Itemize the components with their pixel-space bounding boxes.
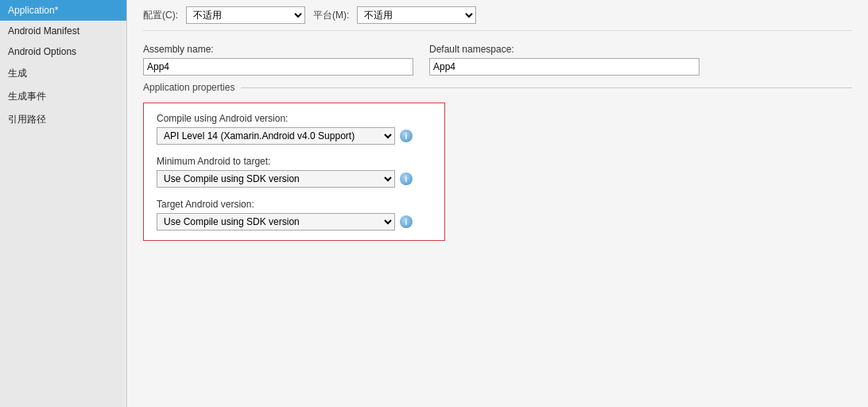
target-android-control: Use Compile using SDK version i [157,213,432,231]
min-android-dropdown[interactable]: Use Compile using SDK version [157,170,395,188]
compile-version-label: Compile using Android version: [157,113,432,124]
assembly-name-group: Assembly name: [143,44,413,76]
platform-label: 平台(M): [313,9,349,22]
sidebar-item-reference-paths[interactable]: 引用路径 [0,108,126,131]
min-android-control: Use Compile using SDK version i [157,170,432,188]
min-android-row: Minimum Android to target: Use Compile u… [157,156,432,188]
section-label: Application properties [143,82,234,93]
sidebar: Application* Android Manifest Android Op… [0,0,127,407]
sidebar-item-android-manifest[interactable]: Android Manifest [0,21,126,41]
default-namespace-group: Default namespace: [429,44,699,76]
default-namespace-label: Default namespace: [429,44,699,55]
target-android-row: Target Android version: Use Compile usin… [157,199,432,231]
compile-version-control: API Level 14 (Xamarin.Android v4.0 Suppo… [157,127,432,145]
compile-version-dropdown[interactable]: API Level 14 (Xamarin.Android v4.0 Suppo… [157,127,395,145]
sidebar-item-android-options[interactable]: Android Options [0,41,126,62]
main-content: 配置(C): 不适用 平台(M): 不适用 Assembly name: Def… [127,0,868,407]
sidebar-item-application[interactable]: Application* [0,0,126,21]
config-label: 配置(C): [143,9,178,22]
config-dropdown[interactable]: 不适用 [186,6,305,24]
platform-dropdown[interactable]: 不适用 [357,6,476,24]
sidebar-item-build[interactable]: 生成 [0,62,126,85]
app-properties-box: Compile using Android version: API Level… [143,103,445,241]
top-bar: 配置(C): 不适用 平台(M): 不适用 [143,6,852,31]
section-divider: Application properties [143,82,852,93]
min-android-label: Minimum Android to target: [157,156,432,167]
target-android-info-icon[interactable]: i [400,215,413,228]
target-android-label: Target Android version: [157,199,432,210]
divider-line [241,87,852,88]
default-namespace-input[interactable] [429,58,699,76]
assembly-name-label: Assembly name: [143,44,413,55]
assembly-name-input[interactable] [143,58,413,76]
compile-version-info-icon[interactable]: i [400,130,413,142]
compile-version-row: Compile using Android version: API Level… [157,113,432,145]
min-android-info-icon[interactable]: i [400,172,413,185]
sidebar-item-build-events[interactable]: 生成事件 [0,85,126,108]
name-row: Assembly name: Default namespace: [143,44,852,76]
target-android-dropdown[interactable]: Use Compile using SDK version [157,213,395,231]
